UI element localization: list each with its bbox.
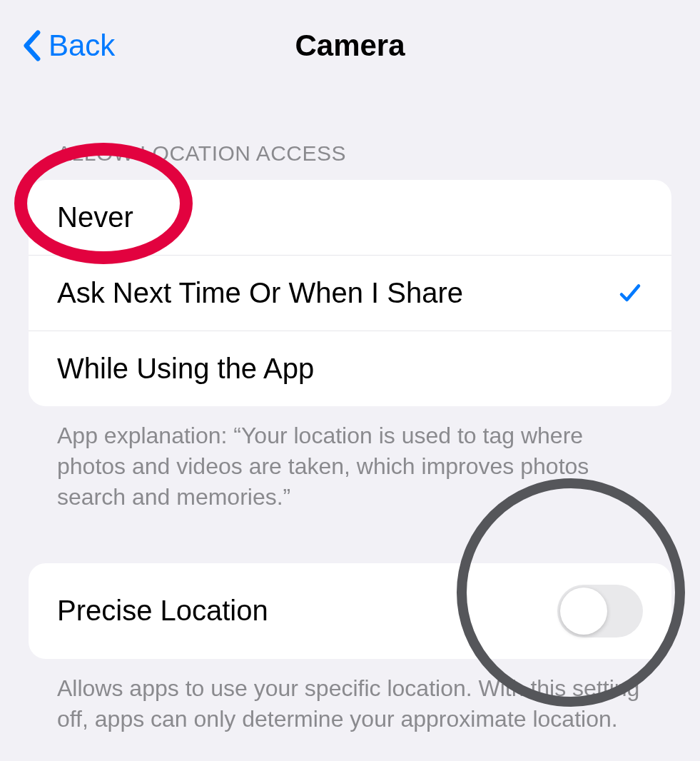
page-title: Camera [295,29,405,63]
location-option-ask-next-time[interactable]: Ask Next Time Or When I Share [29,256,671,331]
location-option-never[interactable]: Never [29,180,671,256]
checkmark-icon [617,281,643,306]
precise-location-toggle[interactable] [557,585,643,637]
chevron-left-icon [21,30,41,61]
content-area: ALLOW LOCATION ACCESS Never Ask Next Tim… [0,84,700,761]
precise-location-label: Precise Location [57,595,268,627]
location-access-header: ALLOW LOCATION ACCESS [29,141,671,180]
back-button[interactable]: Back [21,29,115,63]
option-label: Never [57,201,133,233]
toggle-knob [560,588,607,635]
option-label: Ask Next Time Or When I Share [57,277,463,309]
precise-location-row: Precise Location [29,563,671,659]
location-access-footer: App explanation: “Your location is used … [29,420,671,542]
option-label: While Using the App [57,353,314,385]
back-label: Back [49,29,115,63]
navigation-header: Back Camera [0,0,700,84]
location-access-group: Never Ask Next Time Or When I Share Whil… [29,180,671,406]
precise-location-group: Precise Location [29,563,671,659]
location-option-while-using[interactable]: While Using the App [29,331,671,406]
precise-location-footer: Allows apps to use your specific locatio… [29,673,671,761]
